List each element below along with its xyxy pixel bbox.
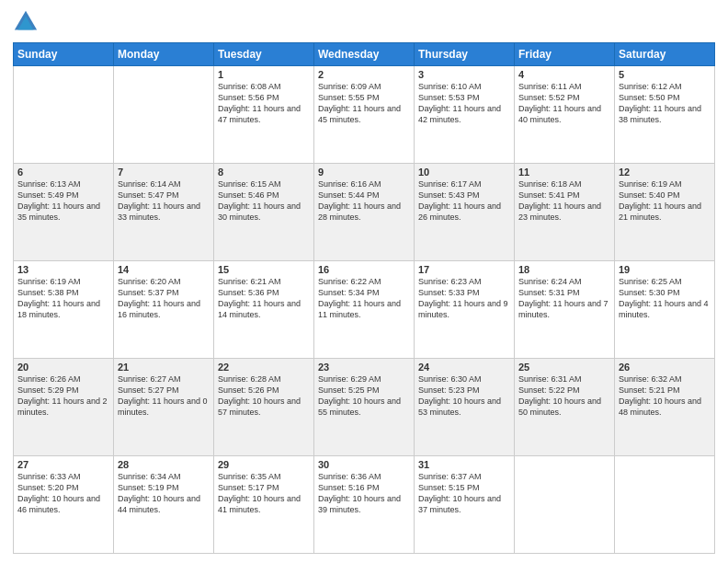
calendar-cell: 19Sunrise: 6:25 AM Sunset: 5:30 PM Dayli… xyxy=(615,261,715,359)
day-info: Sunrise: 6:34 AM Sunset: 5:19 PM Dayligh… xyxy=(118,471,210,516)
calendar-week-3: 20Sunrise: 6:26 AM Sunset: 5:29 PM Dayli… xyxy=(14,359,715,456)
calendar-cell: 25Sunrise: 6:31 AM Sunset: 5:22 PM Dayli… xyxy=(515,359,615,456)
calendar-cell: 7Sunrise: 6:14 AM Sunset: 5:47 PM Daylig… xyxy=(114,164,214,261)
day-info: Sunrise: 6:33 AM Sunset: 5:20 PM Dayligh… xyxy=(17,471,109,516)
day-number: 5 xyxy=(619,69,711,80)
day-number: 25 xyxy=(518,362,610,373)
day-info: Sunrise: 6:23 AM Sunset: 5:33 PM Dayligh… xyxy=(418,276,510,321)
day-number: 28 xyxy=(118,459,210,470)
day-info: Sunrise: 6:11 AM Sunset: 5:52 PM Dayligh… xyxy=(518,81,610,126)
calendar-header-row: SundayMondayTuesdayWednesdayThursdayFrid… xyxy=(14,43,715,66)
calendar-cell: 18Sunrise: 6:24 AM Sunset: 5:31 PM Dayli… xyxy=(515,261,615,359)
day-info: Sunrise: 6:31 AM Sunset: 5:22 PM Dayligh… xyxy=(518,373,610,419)
day-info: Sunrise: 6:17 AM Sunset: 5:43 PM Dayligh… xyxy=(418,178,510,224)
day-info: Sunrise: 6:35 AM Sunset: 5:17 PM Dayligh… xyxy=(218,471,310,516)
day-number: 23 xyxy=(318,362,410,373)
calendar-cell xyxy=(515,456,615,554)
day-info: Sunrise: 6:12 AM Sunset: 5:50 PM Dayligh… xyxy=(619,81,711,126)
calendar-week-4: 27Sunrise: 6:33 AM Sunset: 5:20 PM Dayli… xyxy=(14,456,715,554)
day-number: 4 xyxy=(518,69,610,80)
calendar-cell: 3Sunrise: 6:10 AM Sunset: 5:53 PM Daylig… xyxy=(415,66,515,164)
day-info: Sunrise: 6:21 AM Sunset: 5:36 PM Dayligh… xyxy=(218,276,310,321)
calendar-cell: 12Sunrise: 6:19 AM Sunset: 5:40 PM Dayli… xyxy=(615,164,715,261)
calendar-cell: 10Sunrise: 6:17 AM Sunset: 5:43 PM Dayli… xyxy=(415,164,515,261)
calendar-cell: 15Sunrise: 6:21 AM Sunset: 5:36 PM Dayli… xyxy=(214,261,314,359)
calendar-cell: 27Sunrise: 6:33 AM Sunset: 5:20 PM Dayli… xyxy=(14,456,114,554)
calendar-cell: 28Sunrise: 6:34 AM Sunset: 5:19 PM Dayli… xyxy=(114,456,214,554)
day-info: Sunrise: 6:37 AM Sunset: 5:15 PM Dayligh… xyxy=(418,471,510,516)
day-number: 31 xyxy=(418,459,510,470)
day-info: Sunrise: 6:26 AM Sunset: 5:29 PM Dayligh… xyxy=(17,373,109,419)
calendar-cell: 2Sunrise: 6:09 AM Sunset: 5:55 PM Daylig… xyxy=(314,66,415,164)
calendar-week-2: 13Sunrise: 6:19 AM Sunset: 5:38 PM Dayli… xyxy=(14,261,715,359)
day-number: 15 xyxy=(218,264,310,275)
day-number: 12 xyxy=(619,167,711,178)
calendar-cell: 17Sunrise: 6:23 AM Sunset: 5:33 PM Dayli… xyxy=(415,261,515,359)
calendar-header-friday: Friday xyxy=(515,43,615,66)
day-number: 14 xyxy=(118,264,210,275)
calendar-header-thursday: Thursday xyxy=(415,43,515,66)
calendar-cell: 13Sunrise: 6:19 AM Sunset: 5:38 PM Dayli… xyxy=(14,261,114,359)
day-number: 21 xyxy=(118,362,210,373)
calendar-header-saturday: Saturday xyxy=(615,43,715,66)
calendar-cell: 29Sunrise: 6:35 AM Sunset: 5:17 PM Dayli… xyxy=(214,456,314,554)
calendar: SundayMondayTuesdayWednesdayThursdayFrid… xyxy=(13,42,715,554)
day-number: 10 xyxy=(418,167,510,178)
day-number: 9 xyxy=(318,167,410,178)
day-info: Sunrise: 6:13 AM Sunset: 5:49 PM Dayligh… xyxy=(17,178,109,224)
day-info: Sunrise: 6:36 AM Sunset: 5:16 PM Dayligh… xyxy=(318,471,410,516)
day-info: Sunrise: 6:09 AM Sunset: 5:55 PM Dayligh… xyxy=(318,81,410,126)
day-info: Sunrise: 6:29 AM Sunset: 5:25 PM Dayligh… xyxy=(318,373,410,419)
calendar-cell: 26Sunrise: 6:32 AM Sunset: 5:21 PM Dayli… xyxy=(615,359,715,456)
calendar-cell: 24Sunrise: 6:30 AM Sunset: 5:23 PM Dayli… xyxy=(415,359,515,456)
day-number: 16 xyxy=(318,264,410,275)
day-number: 18 xyxy=(518,264,610,275)
calendar-cell: 21Sunrise: 6:27 AM Sunset: 5:27 PM Dayli… xyxy=(114,359,214,456)
day-number: 6 xyxy=(17,167,109,178)
calendar-cell: 8Sunrise: 6:15 AM Sunset: 5:46 PM Daylig… xyxy=(214,164,314,261)
day-info: Sunrise: 6:14 AM Sunset: 5:47 PM Dayligh… xyxy=(118,178,210,224)
day-info: Sunrise: 6:08 AM Sunset: 5:56 PM Dayligh… xyxy=(218,81,310,126)
calendar-cell xyxy=(114,66,214,164)
day-info: Sunrise: 6:22 AM Sunset: 5:34 PM Dayligh… xyxy=(318,276,410,321)
calendar-cell: 14Sunrise: 6:20 AM Sunset: 5:37 PM Dayli… xyxy=(114,261,214,359)
day-number: 3 xyxy=(418,69,510,80)
day-number: 13 xyxy=(17,264,109,275)
day-number: 19 xyxy=(619,264,711,275)
day-number: 17 xyxy=(418,264,510,275)
page: SundayMondayTuesdayWednesdayThursdayFrid… xyxy=(0,0,728,563)
day-info: Sunrise: 6:28 AM Sunset: 5:26 PM Dayligh… xyxy=(218,373,310,419)
calendar-cell xyxy=(14,66,114,164)
day-info: Sunrise: 6:24 AM Sunset: 5:31 PM Dayligh… xyxy=(518,276,610,321)
calendar-cell: 16Sunrise: 6:22 AM Sunset: 5:34 PM Dayli… xyxy=(314,261,415,359)
day-info: Sunrise: 6:18 AM Sunset: 5:41 PM Dayligh… xyxy=(518,178,610,224)
day-info: Sunrise: 6:20 AM Sunset: 5:37 PM Dayligh… xyxy=(118,276,210,321)
calendar-header-monday: Monday xyxy=(114,43,214,66)
day-number: 29 xyxy=(218,459,310,470)
day-number: 2 xyxy=(318,69,410,80)
calendar-cell: 4Sunrise: 6:11 AM Sunset: 5:52 PM Daylig… xyxy=(515,66,615,164)
day-info: Sunrise: 6:32 AM Sunset: 5:21 PM Dayligh… xyxy=(619,373,711,419)
logo-icon xyxy=(13,9,39,35)
day-info: Sunrise: 6:27 AM Sunset: 5:27 PM Dayligh… xyxy=(118,373,210,419)
calendar-cell: 6Sunrise: 6:13 AM Sunset: 5:49 PM Daylig… xyxy=(14,164,114,261)
day-number: 1 xyxy=(218,69,310,80)
calendar-cell: 20Sunrise: 6:26 AM Sunset: 5:29 PM Dayli… xyxy=(14,359,114,456)
calendar-week-0: 1Sunrise: 6:08 AM Sunset: 5:56 PM Daylig… xyxy=(14,66,715,164)
calendar-header-wednesday: Wednesday xyxy=(314,43,415,66)
calendar-cell: 9Sunrise: 6:16 AM Sunset: 5:44 PM Daylig… xyxy=(314,164,415,261)
day-info: Sunrise: 6:19 AM Sunset: 5:40 PM Dayligh… xyxy=(619,178,711,224)
calendar-cell: 23Sunrise: 6:29 AM Sunset: 5:25 PM Dayli… xyxy=(314,359,415,456)
day-number: 8 xyxy=(218,167,310,178)
day-info: Sunrise: 6:15 AM Sunset: 5:46 PM Dayligh… xyxy=(218,178,310,224)
day-info: Sunrise: 6:10 AM Sunset: 5:53 PM Dayligh… xyxy=(418,81,510,126)
day-number: 26 xyxy=(619,362,711,373)
calendar-header-tuesday: Tuesday xyxy=(214,43,314,66)
day-info: Sunrise: 6:25 AM Sunset: 5:30 PM Dayligh… xyxy=(619,276,711,321)
day-info: Sunrise: 6:19 AM Sunset: 5:38 PM Dayligh… xyxy=(17,276,109,321)
day-info: Sunrise: 6:30 AM Sunset: 5:23 PM Dayligh… xyxy=(418,373,510,419)
calendar-cell xyxy=(615,456,715,554)
day-number: 11 xyxy=(518,167,610,178)
day-info: Sunrise: 6:16 AM Sunset: 5:44 PM Dayligh… xyxy=(318,178,410,224)
calendar-cell: 31Sunrise: 6:37 AM Sunset: 5:15 PM Dayli… xyxy=(415,456,515,554)
